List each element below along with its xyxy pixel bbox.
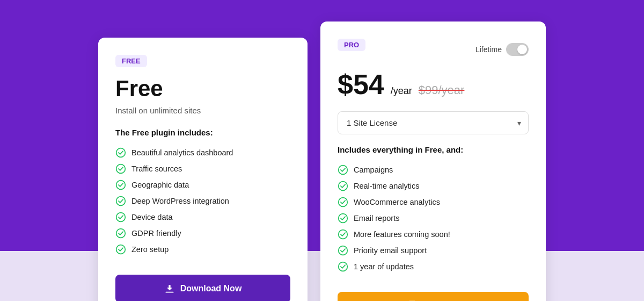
- license-select-wrapper: 1 Site License3 Site License5 Site Licen…: [338, 111, 529, 134]
- check-icon-2: [115, 163, 126, 174]
- pro-feature-list: Campaigns Real-time analytics WooCommerc…: [338, 162, 529, 275]
- free-feature-2: Traffic sources: [115, 161, 290, 177]
- check-icon-4: [115, 196, 126, 206]
- free-feature-7: Zero setup: [115, 241, 290, 257]
- pro-feature-1: Campaigns: [338, 162, 529, 178]
- pro-check-icon-2: [338, 181, 348, 191]
- price-main: $54: [338, 68, 384, 101]
- check-icon-1: [115, 147, 126, 158]
- svg-point-12: [339, 246, 348, 255]
- pro-card-header: PRO Lifetime: [338, 39, 529, 60]
- download-button[interactable]: Download Now: [115, 275, 290, 301]
- pro-badge: PRO: [338, 39, 365, 51]
- svg-point-13: [339, 262, 348, 271]
- pricing-cards: FREE Free Install on unlimited sites The…: [87, 0, 557, 301]
- svg-point-2: [116, 181, 126, 190]
- pro-check-icon-1: [338, 164, 348, 175]
- free-feature-list: Beautiful analytics dashboard Traffic so…: [115, 145, 290, 257]
- pro-check-icon-3: [338, 197, 348, 207]
- svg-point-9: [339, 198, 348, 207]
- pro-feature-6: Priority email support: [338, 242, 529, 259]
- check-icon-7: [115, 244, 126, 255]
- pro-feature-2: Real-time analytics: [338, 178, 529, 194]
- price-original: $99/year: [419, 83, 465, 97]
- price-period: /year: [391, 85, 412, 97]
- pro-check-icon-7: [338, 261, 348, 272]
- pro-feature-4: Email reports: [338, 210, 529, 226]
- lifetime-toggle-container: Lifetime: [475, 43, 529, 56]
- svg-point-11: [339, 230, 348, 239]
- buy-now-button[interactable]: Buy Now: [338, 292, 529, 301]
- check-icon-6: [115, 228, 126, 239]
- free-title: Free: [115, 76, 290, 102]
- free-features-title: The Free plugin includes:: [115, 128, 290, 137]
- free-feature-1: Beautiful analytics dashboard: [115, 145, 290, 161]
- pro-check-icon-5: [338, 229, 348, 240]
- lifetime-label: Lifetime: [475, 45, 502, 54]
- check-icon-5: [115, 212, 126, 223]
- svg-point-1: [116, 164, 126, 174]
- download-icon: [164, 283, 175, 294]
- svg-point-8: [339, 182, 348, 191]
- lifetime-toggle[interactable]: [506, 43, 529, 56]
- svg-point-5: [116, 229, 126, 238]
- pro-card: PRO Lifetime $54 /year $99/year 1 Site L…: [320, 22, 546, 301]
- price-row: $54 /year $99/year: [338, 68, 529, 101]
- license-select[interactable]: 1 Site License3 Site License5 Site Licen…: [338, 111, 529, 134]
- toggle-thumb: [517, 45, 527, 54]
- pro-feature-3: WooCommerce analytics: [338, 194, 529, 210]
- free-card: FREE Free Install on unlimited sites The…: [98, 38, 308, 301]
- free-feature-6: GDPR friendly: [115, 225, 290, 241]
- svg-point-0: [116, 148, 126, 157]
- svg-point-10: [339, 214, 348, 223]
- svg-point-6: [116, 245, 126, 254]
- free-subtitle: Install on unlimited sites: [115, 106, 290, 115]
- pro-check-icon-6: [338, 245, 348, 256]
- pro-includes-title: Includes everything in Free, and:: [338, 145, 529, 154]
- free-feature-4: Deep WordPress integration: [115, 193, 290, 209]
- pro-feature-5: More features coming soon!: [338, 226, 529, 242]
- svg-point-3: [116, 197, 126, 206]
- pro-check-icon-4: [338, 213, 348, 224]
- svg-point-7: [339, 166, 348, 175]
- pro-feature-7: 1 year of updates: [338, 259, 529, 275]
- free-badge: FREE: [115, 55, 147, 67]
- svg-point-4: [116, 213, 126, 222]
- free-feature-3: Geographic data: [115, 177, 290, 193]
- free-feature-5: Device data: [115, 209, 290, 225]
- check-icon-3: [115, 180, 126, 190]
